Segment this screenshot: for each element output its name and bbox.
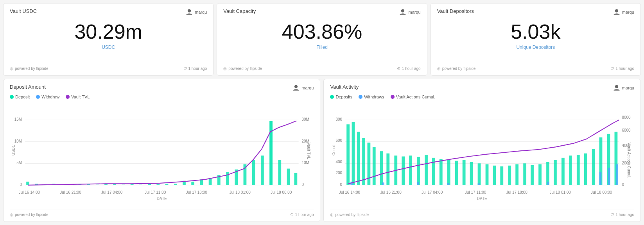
activity-legend: Deposits Withdraws Vault Actions Cumul.	[330, 95, 634, 99]
time-ago: ⏱ 1 hour ago	[610, 66, 634, 71]
metric-value: 403.86%	[223, 21, 420, 43]
card-footer: ◎ powered by flipside ⏱ 1 hour ago	[437, 63, 634, 71]
legend-vault-actions: Vault Actions Cumul.	[391, 95, 436, 99]
flipside-logo: ◎	[437, 66, 441, 71]
svg-rect-116	[447, 183, 450, 186]
clock-icon: ⏱	[610, 66, 614, 71]
svg-point-3	[294, 85, 298, 88]
svg-text:200: 200	[336, 171, 343, 175]
user-avatar-icon	[399, 8, 407, 16]
vault-capacity-card: Vault Capacity marqu 403.86% Filled ◎ po…	[217, 3, 427, 76]
svg-rect-39	[209, 178, 212, 185]
powered-by: ◎ powered by flipside	[330, 212, 369, 217]
card-footer: ◎ powered by flipside ⏱ 1 hour ago	[10, 63, 207, 71]
svg-text:Jul 16 21:00: Jul 16 21:00	[60, 190, 81, 195]
svg-text:Jul 17 11:00: Jul 17 11:00	[145, 190, 166, 195]
svg-rect-106	[569, 156, 572, 186]
deposit-chart-svg: 15M 10M 5M 0 30M 20M 10M 0 USDC Vault TV…	[10, 102, 314, 209]
clock-icon: ⏱	[183, 66, 187, 71]
svg-rect-117	[478, 184, 480, 185]
username: marqu	[622, 10, 634, 14]
user-avatar-icon	[185, 8, 193, 16]
svg-text:8000: 8000	[622, 115, 631, 120]
svg-rect-87	[425, 155, 428, 185]
user-avatar-icon	[613, 84, 621, 92]
svg-rect-81	[380, 152, 383, 186]
vault-usdc-title: Vault USDC	[10, 8, 37, 14]
svg-rect-82	[387, 154, 390, 185]
svg-text:400: 400	[336, 160, 343, 164]
svg-rect-114	[382, 183, 385, 186]
svg-rect-97	[500, 166, 504, 185]
svg-text:5M: 5M	[16, 161, 22, 165]
svg-text:0: 0	[622, 182, 624, 187]
legend-withdraw: Withdraw	[36, 95, 59, 99]
svg-rect-102	[539, 164, 542, 185]
svg-rect-118	[547, 182, 550, 185]
svg-text:Jul 17 11:00: Jul 17 11:00	[465, 190, 486, 195]
svg-text:15M: 15M	[14, 118, 22, 122]
svg-text:Jul 18 01:00: Jul 18 01:00	[229, 190, 251, 195]
svg-rect-44	[252, 160, 255, 185]
svg-text:Jul 18 08:00: Jul 18 08:00	[271, 190, 292, 195]
withdraw-dot	[36, 95, 40, 99]
svg-text:800: 800	[336, 118, 343, 122]
svg-text:Jul 17 04:00: Jul 17 04:00	[422, 190, 443, 195]
svg-text:0: 0	[340, 182, 343, 187]
svg-rect-75	[347, 125, 350, 186]
svg-rect-121	[616, 164, 618, 185]
powered-by: ◎ powered by flipside	[437, 66, 476, 71]
vault-tvl-dot	[66, 95, 70, 99]
svg-rect-35	[174, 184, 177, 185]
svg-rect-49	[294, 173, 298, 185]
username: marqu	[408, 10, 420, 14]
svg-rect-45	[261, 156, 264, 186]
charts-row: Deposit Amount marqu Deposit Withdraw	[3, 79, 641, 222]
svg-text:Count: Count	[332, 145, 336, 156]
legend-vault-tvl: Vault TVL	[66, 95, 90, 99]
svg-rect-48	[287, 169, 290, 185]
metric-label: Unique Depositors	[437, 45, 634, 50]
user-avatar-icon	[613, 8, 621, 16]
user-badge: marqu	[399, 8, 420, 16]
username: marqu	[622, 86, 634, 90]
clock-icon: ⏱	[397, 66, 401, 71]
user-badge: marqu	[292, 84, 314, 92]
time-ago: ⏱ 1 hour ago	[397, 66, 421, 71]
metric-value: 5.03k	[437, 21, 634, 43]
svg-rect-32	[148, 184, 151, 185]
metric-label: USDC	[10, 45, 207, 50]
withdraws-dot	[359, 95, 362, 99]
legend-withdraws: Withdraws	[359, 95, 384, 99]
svg-rect-85	[409, 156, 413, 186]
svg-rect-95	[486, 164, 489, 185]
deposit-amount-title: Deposit Amount	[10, 84, 46, 90]
svg-rect-77	[357, 132, 360, 186]
svg-text:DATE: DATE	[157, 196, 167, 201]
metric-label: Filled	[223, 45, 420, 50]
svg-point-1	[401, 9, 404, 12]
user-badge: marqu	[185, 8, 207, 16]
svg-text:0: 0	[301, 182, 304, 187]
vault-activity-title: Vault Activity	[330, 84, 359, 90]
vault-depositors-title: Vault Depositors	[437, 8, 474, 14]
svg-text:10M: 10M	[301, 161, 309, 165]
powered-by: ◎ powered by flipside	[223, 66, 262, 71]
deposit-amount-card: Deposit Amount marqu Deposit Withdraw	[3, 79, 320, 222]
svg-text:Jul 17 18:00: Jul 17 18:00	[186, 190, 207, 195]
time-ago: ⏱ 1 hour ago	[610, 212, 634, 217]
svg-rect-18	[26, 182, 29, 185]
svg-text:Jul 17 04:00: Jul 17 04:00	[101, 190, 123, 195]
svg-rect-28	[113, 184, 116, 185]
flipside-logo: ◎	[10, 66, 13, 71]
powered-by: ◎ powered by flipside	[10, 66, 48, 71]
svg-rect-33	[156, 184, 160, 185]
svg-rect-119	[599, 172, 602, 185]
card-header: Vault USDC marqu	[10, 8, 207, 16]
svg-rect-78	[362, 138, 366, 185]
svg-rect-91	[455, 161, 458, 185]
svg-rect-89	[439, 159, 443, 186]
svg-rect-27	[104, 184, 108, 185]
username: marqu	[195, 10, 207, 14]
svg-text:Jul 16 21:00: Jul 16 21:00	[380, 190, 402, 195]
